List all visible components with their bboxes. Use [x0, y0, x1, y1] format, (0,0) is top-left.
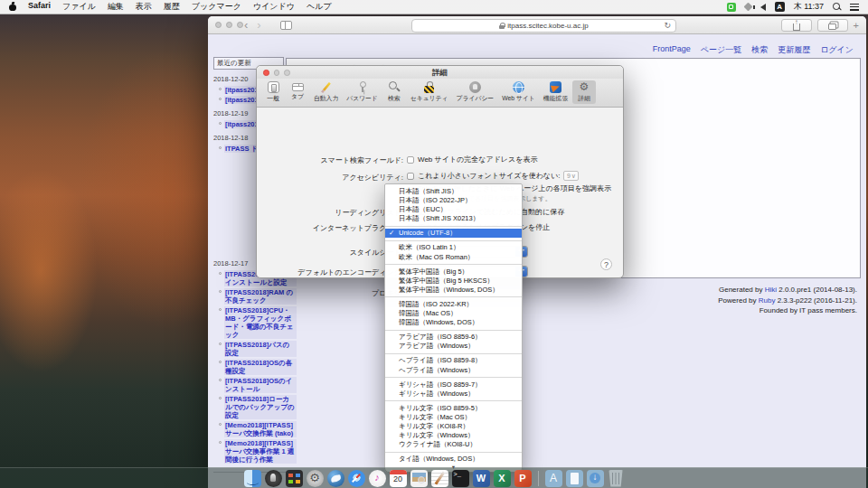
prefs-tab-privacy[interactable]: プライバシー [453, 80, 498, 104]
menu-item-encoding[interactable]: 日本語（EUC） [385, 205, 522, 214]
menu-item-encoding[interactable]: 繁体字中国語（Big 5 HKSCS） [385, 277, 522, 286]
status-diamond-icon[interactable] [743, 3, 752, 12]
sidebar-link[interactable]: [ITPASS2018]OSのインストール [224, 377, 297, 393]
help-button[interactable]: ? [600, 258, 612, 270]
sidebar-link[interactable]: [Memo2018][ITPASS]サーバ交換事作業 1 週間後に行う作業 [224, 439, 297, 464]
sidebar-link[interactable]: [ITPASS2018]バスの設定 [224, 341, 297, 357]
min-font-size-checkbox[interactable] [407, 173, 414, 180]
dock-trash[interactable] [608, 470, 625, 487]
dock-terminal[interactable]: >_ [452, 470, 469, 487]
dock-safari[interactable] [348, 470, 365, 487]
close-button[interactable] [215, 22, 222, 28]
menu-item-3[interactable]: 表示 [136, 1, 152, 13]
prefs-tab-general[interactable]: 一般 [261, 80, 285, 104]
forward-button[interactable]: › [257, 17, 260, 33]
address-bar[interactable]: itpass.scitec.kobe-u.ac.jp ↻ [411, 19, 676, 33]
nav-link-1[interactable]: ページ一覧 [701, 44, 741, 56]
menu-item-encoding[interactable]: ギリシャ語（Windows） [385, 389, 522, 399]
ruby-link[interactable]: Ruby [759, 296, 776, 305]
menu-item-5[interactable]: ブックマーク [192, 1, 241, 13]
dock-finder[interactable] [244, 470, 261, 487]
input-source-icon[interactable]: A [775, 2, 785, 12]
menu-bar-clock[interactable]: 木 11:37 [794, 1, 824, 13]
menu-item-encoding[interactable]: 欧米（ISO Latin 1） [385, 243, 522, 252]
menu-item-encoding[interactable]: 韓国語（Mac OS） [385, 309, 522, 318]
font-size-select[interactable]: 9∨ [563, 171, 579, 181]
reload-icon[interactable]: ↻ [664, 21, 671, 30]
menu-item-encoding[interactable]: ヘブライ語（ISO 8859-8） [385, 356, 522, 365]
dock-calendar[interactable]: 20 [390, 470, 407, 487]
dialog-close-button[interactable] [263, 70, 269, 76]
menu-item-encoding[interactable]: 日本語（ISO 2022-JP） [385, 196, 522, 205]
dock-documents[interactable] [566, 470, 583, 487]
spotlight-icon[interactable] [833, 3, 841, 11]
menu-item-encoding[interactable]: 繁体字中国語（Windows, DOS） [385, 286, 522, 295]
menu-item-encoding[interactable]: アラビア語（Windows） [385, 342, 522, 351]
dock-word[interactable]: W [473, 470, 490, 487]
menu-item-0[interactable]: Safari [28, 1, 51, 13]
tab-overview-button[interactable] [817, 19, 848, 32]
dock-system-preferences[interactable]: ⚙ [307, 470, 324, 487]
menu-item-encoding[interactable]: キリル文字（Mac OS） [385, 413, 522, 422]
menu-item-encoding[interactable]: ウクライナ語（KOI8-U） [385, 440, 522, 449]
notification-center-icon[interactable] [850, 4, 859, 11]
nav-link-0[interactable]: FrontPage [653, 44, 691, 56]
dock-textedit[interactable] [431, 470, 448, 487]
menu-item-encoding[interactable]: 日本語（Shift JIS X0213） [385, 214, 522, 223]
nav-link-3[interactable]: 更新履歴 [778, 44, 810, 56]
prefs-tab-password[interactable]: パスワード [343, 80, 382, 104]
menu-item-encoding[interactable]: タイ語（Windows, DOS） [385, 455, 522, 464]
prefs-tab-security[interactable]: セキュリティ [407, 80, 452, 104]
prefs-tab-websites[interactable]: Web サイト [498, 80, 539, 104]
dock-powerpoint[interactable]: P [514, 470, 532, 487]
menu-item-encoding[interactable]: 韓国語（ISO 2022-KR） [385, 300, 522, 309]
minimize-button[interactable] [226, 22, 232, 28]
nav-link-4[interactable]: ログイン [820, 44, 854, 56]
menu-item-encoding[interactable]: ヘブライ語（Windows） [385, 366, 522, 375]
dock-excel[interactable]: X [494, 470, 511, 487]
menu-item-2[interactable]: 編集 [108, 1, 124, 13]
dialog-minimize-button[interactable] [274, 70, 280, 76]
dock-preview[interactable] [410, 470, 428, 487]
prefs-tab-extensions[interactable]: 機能拡張 [540, 80, 571, 104]
dock-mission-control[interactable] [286, 470, 303, 487]
smart-search-checkbox[interactable] [407, 156, 414, 164]
prefs-tab-tabs[interactable]: タブ [286, 80, 309, 102]
menu-item-encoding[interactable]: 日本語（Shift JIS） [385, 187, 522, 196]
volume-icon[interactable] [760, 4, 766, 11]
menu-item-encoding[interactable]: キリル文字（Windows） [385, 431, 522, 440]
menu-item-encoding[interactable]: 韓国語（Windows, DOS） [385, 318, 522, 327]
menu-item-1[interactable]: ファイル [62, 1, 96, 13]
hiki-link[interactable]: Hiki [765, 286, 777, 294]
prefs-tab-autofill[interactable]: 自動入力 [310, 80, 342, 104]
dock-launchpad[interactable] [265, 470, 282, 487]
dock-applications[interactable]: A [545, 470, 562, 487]
menu-item-encoding[interactable]: キリル文字（KOI8-R） [385, 422, 522, 431]
menu-item-encoding[interactable]: アラビア語（ISO 8859-6） [385, 333, 522, 342]
menu-item-encoding[interactable]: Unicode（UTF-8） [385, 229, 522, 238]
apple-menu-icon[interactable] [9, 3, 16, 11]
menu-item-6[interactable]: ウインドウ [253, 1, 295, 13]
zoom-button[interactable] [237, 22, 243, 28]
share-button[interactable] [781, 19, 812, 32]
prefs-tab-advanced[interactable]: ⚙詳細 [572, 80, 596, 104]
new-tab-button[interactable]: + [854, 20, 859, 31]
menu-item-7[interactable]: ヘルプ [307, 1, 332, 13]
sidebar-link[interactable]: [ITPASS2018]OSの各種設定 [224, 359, 297, 375]
menu-item-4[interactable]: 履歴 [164, 1, 180, 13]
menu-item-encoding[interactable]: 繁体字中国語（Big 5） [385, 267, 522, 277]
sidebar-link[interactable]: [Memo2018][ITPASS]サーバ交換作業 (tako) [224, 421, 297, 437]
sidebar-toggle-button[interactable] [280, 21, 292, 30]
menu-item-encoding[interactable]: キリル文字（ISO 8859-5） [385, 404, 522, 413]
dock-downloads[interactable] [587, 470, 604, 487]
sidebar-link[interactable]: [ITPASS2018]CPU・MB・グラフィックボード・電源の不良チェック [224, 306, 297, 339]
prefs-tab-search[interactable]: 検索 [382, 80, 406, 104]
app-status-icon[interactable] [727, 3, 736, 12]
dialog-zoom-button[interactable] [284, 70, 290, 76]
nav-link-2[interactable]: 検索 [751, 44, 768, 56]
sidebar-link[interactable]: [ITPASS2018]ローカルでのバックアップの設定 [224, 395, 297, 419]
menu-item-encoding[interactable]: ギリシャ語（ISO 8859-7） [385, 380, 522, 389]
menu-item-encoding[interactable]: 欧米（Mac OS Roman） [385, 253, 522, 262]
dock-thunderbird[interactable] [327, 470, 344, 487]
dock-itunes[interactable]: ♪ [369, 470, 386, 487]
